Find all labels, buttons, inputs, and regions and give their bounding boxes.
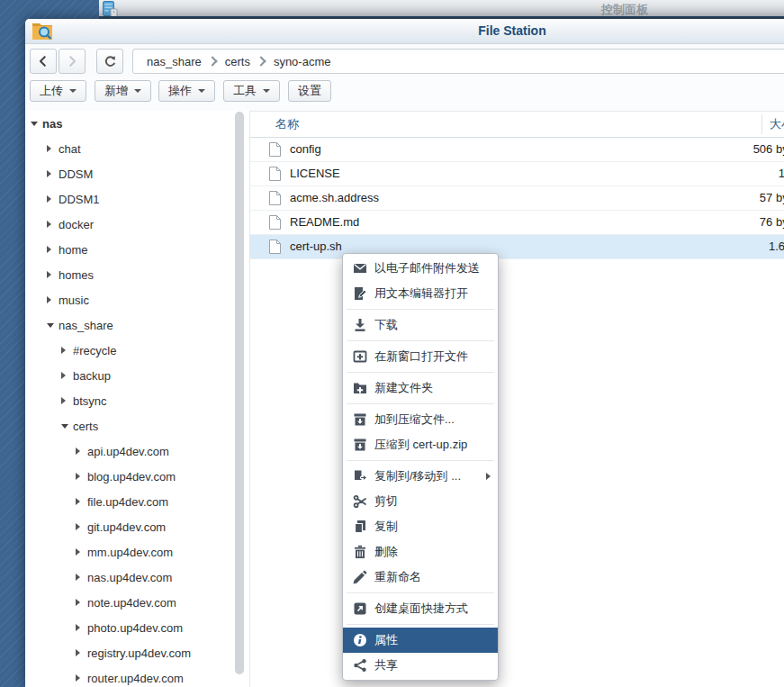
- file-list: 名称 大小 config 506 bytes LICENSE 1 KB acme…: [250, 111, 784, 687]
- chevron-right-icon: [207, 56, 217, 66]
- triangle-down-icon[interactable]: [61, 424, 69, 429]
- file-row-acme-sh-address[interactable]: acme.sh.address 57 bytes: [250, 186, 784, 211]
- menu-item-send-email-attachment[interactable]: 以电子邮件附件发送: [343, 256, 498, 281]
- tree-item-registry-up4dev[interactable]: registry.up4dev.com: [25, 640, 232, 665]
- menu-item-properties[interactable]: 属性: [343, 628, 498, 653]
- triangle-right-icon[interactable]: [47, 246, 55, 253]
- triangle-down-icon[interactable]: [47, 323, 55, 328]
- menu-item-open-text-editor[interactable]: 用文本编辑器打开: [343, 281, 498, 306]
- triangle-right-icon[interactable]: [47, 296, 55, 303]
- tree-item-recycle[interactable]: #recycle: [25, 338, 232, 363]
- menu-separator: [347, 624, 494, 625]
- triangle-right-icon[interactable]: [61, 372, 69, 379]
- triangle-right-icon[interactable]: [47, 271, 55, 278]
- tree-item-nas[interactable]: nas: [25, 111, 232, 136]
- menu-item-new-folder[interactable]: 新建文件夹: [343, 375, 498, 401]
- menu-item-delete[interactable]: 删除: [343, 539, 498, 565]
- triangle-right-icon[interactable]: [76, 599, 84, 606]
- triangle-down-icon[interactable]: [31, 122, 39, 126]
- tree-item-photo-up4dev[interactable]: photo.up4dev.com: [25, 615, 232, 640]
- tree-item-backup[interactable]: backup: [25, 363, 232, 388]
- tree-item-homes[interactable]: homes: [25, 262, 232, 287]
- tree-item-note-up4dev[interactable]: note.up4dev.com: [25, 590, 232, 615]
- triangle-right-icon[interactable]: [47, 170, 55, 177]
- column-divider[interactable]: [761, 114, 762, 134]
- menu-item-rename[interactable]: 重新命名: [343, 565, 498, 590]
- triangle-right-icon[interactable]: [61, 347, 69, 354]
- tree-item-router-up4dev[interactable]: router.up4dev.com: [25, 665, 232, 687]
- file-size: 1.6 KB: [680, 235, 784, 258]
- chevron-down-icon: [198, 89, 205, 93]
- refresh-button[interactable]: [96, 49, 123, 74]
- tree-item-music[interactable]: music: [25, 287, 232, 312]
- tree-item-docker[interactable]: docker: [25, 212, 232, 237]
- triangle-right-icon[interactable]: [47, 221, 55, 228]
- tree-item-nas-up4dev[interactable]: nas.up4dev.com: [25, 565, 232, 590]
- menu-item-open-in-new-window[interactable]: 在新窗口打开文件: [343, 344, 498, 369]
- triangle-right-icon[interactable]: [76, 674, 84, 682]
- tree-item-ddsm1[interactable]: DDSM1: [25, 186, 232, 212]
- tree-item-file-up4dev[interactable]: file.up4dev.com: [25, 489, 232, 514]
- tree-item-api-up4dev[interactable]: api.up4dev.com: [25, 438, 232, 464]
- tree-item-git-up4dev[interactable]: git.up4dev.com: [25, 514, 232, 539]
- menu-item-add-to-archive[interactable]: 加到压缩文件...: [343, 407, 498, 432]
- chevron-right-icon: [256, 56, 266, 66]
- menu-item-download[interactable]: 下载: [343, 312, 498, 338]
- tree-item-blog-up4dev[interactable]: blog.up4dev.com: [25, 464, 232, 489]
- menu-item-compress-to-zip[interactable]: 压缩到 cert-up.zip: [343, 432, 498, 457]
- file-row-readme[interactable]: README.md 76 bytes: [250, 211, 784, 235]
- triangle-right-icon[interactable]: [76, 523, 84, 530]
- action-button-label: 操作: [168, 83, 192, 99]
- file-station-titlebar[interactable]: File Station: [25, 19, 784, 44]
- tree-item-certs[interactable]: certs: [25, 413, 232, 438]
- file-row-cert-up-sh[interactable]: cert-up.sh 1.6 KB: [250, 235, 784, 259]
- action-button[interactable]: 操作: [158, 80, 215, 102]
- triangle-right-icon[interactable]: [76, 447, 84, 455]
- file-icon: [269, 215, 281, 230]
- file-row-license[interactable]: LICENSE 1 KB: [250, 162, 784, 186]
- shortcut-icon: [352, 601, 367, 617]
- breadcrumb-segment[interactable]: certs: [225, 55, 250, 68]
- triangle-right-icon[interactable]: [76, 574, 84, 581]
- triangle-right-icon[interactable]: [76, 649, 84, 656]
- breadcrumb-segment[interactable]: nas_share: [147, 55, 202, 68]
- triangle-right-icon[interactable]: [47, 195, 55, 203]
- file-size: 1 KB: [680, 162, 784, 185]
- copy-move-icon: [352, 469, 367, 484]
- file-row-config[interactable]: config 506 bytes: [250, 138, 784, 162]
- triangle-right-icon[interactable]: [47, 145, 55, 152]
- back-button[interactable]: [30, 49, 57, 74]
- tree-item-btsync[interactable]: btsync: [25, 388, 232, 413]
- menu-item-copy[interactable]: 复制: [343, 514, 498, 539]
- upload-button[interactable]: 上传: [30, 80, 86, 102]
- menu-item-cut[interactable]: 剪切: [343, 489, 498, 514]
- triangle-right-icon[interactable]: [76, 473, 84, 480]
- column-header-size[interactable]: 大小: [770, 112, 784, 137]
- triangle-right-icon[interactable]: [76, 548, 84, 556]
- back-arrow-icon: [37, 55, 50, 68]
- breadcrumb[interactable]: nas_share certs syno-acme: [132, 49, 784, 74]
- tree-item-ddsm[interactable]: DDSM: [25, 161, 232, 186]
- tree-item-chat[interactable]: chat: [25, 136, 232, 161]
- tree-item-nas-share[interactable]: nas_share: [25, 312, 232, 338]
- triangle-right-icon[interactable]: [76, 624, 84, 631]
- breadcrumb-segment[interactable]: syno-acme: [274, 55, 331, 68]
- menu-item-create-desktop-shortcut[interactable]: 创建桌面快捷方式: [343, 596, 498, 621]
- column-header-name[interactable]: 名称: [275, 112, 299, 137]
- chevron-down-icon: [263, 89, 270, 93]
- menu-item-copy-move-to[interactable]: 复制到/移动到 ...: [343, 464, 498, 489]
- create-button[interactable]: 新增: [95, 80, 151, 102]
- sidebar-scrollbar[interactable]: [235, 112, 244, 674]
- file-name: LICENSE: [290, 162, 340, 185]
- tree-item-home[interactable]: home: [25, 237, 232, 262]
- tree-item-mm-up4dev[interactable]: mm.up4dev.com: [25, 539, 232, 565]
- open-new-window-icon: [352, 349, 367, 365]
- triangle-right-icon[interactable]: [61, 397, 69, 404]
- forward-button[interactable]: [59, 49, 86, 74]
- window-title: File Station: [25, 19, 784, 43]
- settings-button[interactable]: 设置: [288, 80, 331, 102]
- tools-button[interactable]: 工具: [223, 80, 280, 102]
- menu-item-share[interactable]: 共享: [343, 653, 498, 678]
- triangle-right-icon[interactable]: [76, 498, 84, 505]
- trash-icon: [352, 545, 367, 560]
